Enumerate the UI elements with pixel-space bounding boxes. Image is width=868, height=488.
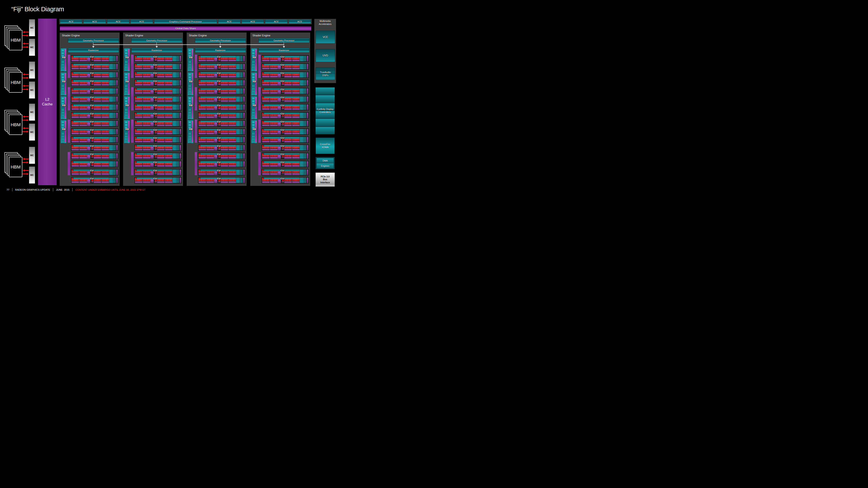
cu-row: CU [134, 104, 182, 110]
cu-register-block [221, 76, 228, 78]
cu-center-purple-bar [155, 100, 157, 101]
rasterizer-bar: Rasterizer [68, 48, 119, 53]
cu-right-purple-bar [116, 170, 118, 175]
cu-register-block [221, 149, 228, 151]
rb-block: RB [61, 120, 67, 143]
cu-right-purple-bar [243, 56, 245, 61]
rb-cell [125, 76, 128, 78]
cu-register-block [228, 173, 236, 175]
cu-register-block [270, 182, 278, 183]
cu-texture-grid [240, 89, 243, 94]
cu-right-purple-bar [180, 145, 181, 151]
cu-texture-grid [240, 177, 243, 183]
cu-row: CU [198, 161, 246, 167]
cu-register-block [157, 182, 164, 183]
cu-register-block [80, 133, 87, 134]
cu-right-purple-bar [243, 89, 245, 94]
cu-row: CU [71, 177, 119, 184]
rb-cell [125, 52, 128, 55]
cu-row: CU [198, 177, 246, 184]
footer-divider [12, 188, 12, 191]
eyefinity-display-controllers-block: Eyefinity Display Controllers [316, 88, 335, 134]
red-arrow-left-icon [23, 169, 29, 171]
cu-register-block [165, 165, 172, 167]
cu-center-purple-bar [218, 60, 220, 61]
rb-cell-grid [61, 85, 64, 87]
cu-right-purple-bar [180, 72, 181, 78]
cu-register-block [292, 149, 300, 151]
rb-cell [61, 121, 64, 123]
cu-center-purple-bar [218, 149, 220, 150]
cu-register-block [72, 133, 79, 134]
cu-row: CU [134, 55, 182, 62]
cu-right-purple-bar [307, 97, 308, 102]
cu-register-block [207, 60, 214, 62]
cu-register-block [72, 165, 79, 167]
rb-cell-grid [188, 61, 191, 63]
geometry-crossbar-line [93, 44, 284, 45]
cu-register-block [198, 68, 206, 70]
cu-register-block [143, 84, 150, 86]
arrow-shaft [23, 131, 27, 132]
cu-register-block [284, 165, 292, 167]
red-arrow-left-icon [23, 73, 29, 75]
cu-label: CU [198, 88, 240, 91]
cu-register-block [101, 182, 109, 183]
cu-row: CU [71, 128, 119, 135]
dma-engines-block: DMA Engines [316, 157, 335, 169]
rb-cell-grid [188, 66, 191, 69]
cu-row: CU [261, 161, 309, 167]
cu-center-purple-bar [282, 165, 284, 166]
cu-row: CU [261, 136, 309, 143]
cu-row: CU [134, 63, 182, 70]
cu-register-block [228, 182, 236, 183]
cu-register-block [72, 117, 79, 118]
cu-right-purple-bar [307, 80, 308, 86]
cu-register-block [157, 133, 164, 134]
trueaudio-label: TrueAudio DSPs [317, 71, 333, 77]
red-arrow-right-icon [23, 161, 29, 164]
arrow-head [27, 131, 29, 133]
cu-register-block [270, 84, 278, 86]
arrow-shaft [23, 77, 27, 78]
cu-right-purple-bar [116, 145, 118, 151]
cu-register-block [135, 173, 143, 175]
rb-magenta-bar [128, 73, 130, 95]
rb-cell [125, 49, 128, 52]
rb-cell [188, 100, 191, 102]
multimedia-accelerators-panel: Multimedia Accelerators VCE UVD TrueAudi… [314, 19, 336, 83]
cu-texture-grid [304, 113, 307, 118]
cu-row: CU [261, 55, 309, 62]
cu-register-block [165, 68, 172, 70]
cu-texture-grid [240, 104, 243, 110]
cu-center-purple-bar [282, 125, 284, 125]
cu-register-block [94, 92, 101, 94]
cu-register-block [284, 182, 292, 183]
cu-label: CU [134, 88, 176, 91]
cu-center-purple-bar [155, 149, 157, 150]
cu-row: CU [71, 153, 119, 159]
cu-register-block [228, 60, 236, 62]
cu-register-block [94, 108, 101, 110]
rb-cell [252, 76, 255, 78]
rb-label: RB [187, 104, 194, 107]
cu-register-block [165, 157, 172, 159]
red-arrow-right-icon [23, 173, 29, 175]
cu-label: CU [71, 137, 113, 139]
dma-line2: Engines [317, 163, 334, 168]
cu-row: CU [134, 79, 182, 86]
mc-block: MC [29, 82, 35, 98]
cu-register-block [221, 182, 228, 183]
rb-cell [252, 121, 255, 123]
cu-center-purple-bar [218, 92, 220, 93]
cu-texture-grid [113, 137, 116, 142]
red-arrow-left-icon [23, 127, 29, 129]
cu-row: CU [261, 71, 309, 78]
arrow-head [23, 31, 25, 33]
cu-register-block [165, 117, 172, 118]
cu-register-block [165, 92, 172, 94]
cu-register-block [157, 141, 164, 143]
rb-cell [61, 52, 64, 55]
rb-cell [125, 100, 128, 102]
cu-center-purple-bar [282, 84, 284, 85]
